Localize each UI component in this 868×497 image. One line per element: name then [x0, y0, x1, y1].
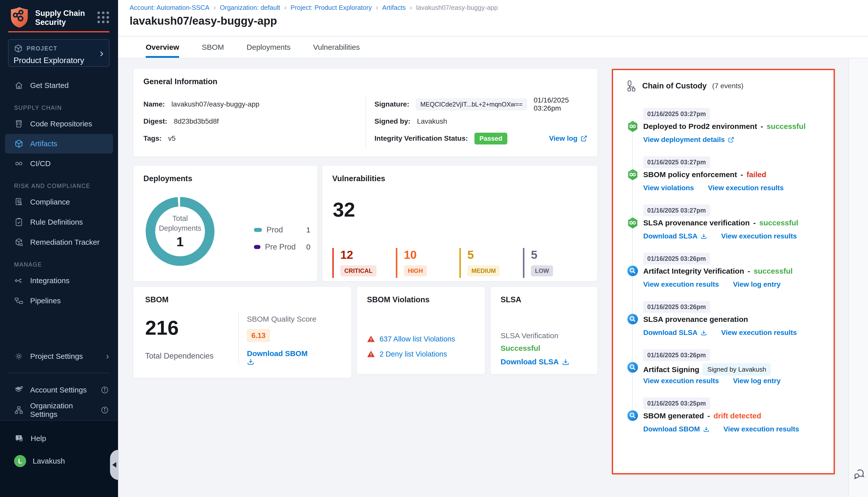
sidebar-item-artifacts[interactable]: Artifacts — [5, 134, 113, 154]
chain-of-custody-title: Chain of Custody — [642, 81, 707, 90]
breadcrumb-chevron-icon: › — [214, 3, 216, 12]
signed-by-row: Signed by: Lavakush — [375, 113, 588, 130]
view-execution-results-link[interactable]: View execution results — [721, 329, 797, 337]
custody-event: 01/16/2025 03:26pm Artifact Integrity Ve… — [613, 253, 834, 290]
allow-list-violations-link[interactable]: 637 Allow list Violations — [379, 335, 455, 343]
event-timestamp: 01/16/2025 03:25pm — [643, 398, 710, 409]
tags-row: Tags: v5 — [143, 130, 359, 147]
project-selector-label: PROJECT — [27, 45, 58, 52]
sidebar-collapse-handle[interactable] — [110, 450, 118, 480]
view-execution-results-link[interactable]: View execution results — [643, 280, 719, 288]
event-status: drift detected — [713, 412, 761, 420]
prod-count: 1 — [306, 226, 310, 234]
slsa-verification-label: SLSA Verification — [501, 331, 558, 340]
scan-circle-icon — [627, 265, 638, 277]
app-switcher-grid-icon[interactable] — [96, 10, 111, 26]
sidebar-item-help[interactable]: ? Help — [0, 427, 118, 450]
sidebar-section-risk-compliance: RISK AND COMPLIANCE — [14, 183, 118, 189]
view-execution-results-link[interactable]: View execution results — [708, 184, 784, 192]
legend-item-pre-prod: Pre Prod 0 — [254, 239, 310, 256]
sidebar-section-supply-chain: SUPPLY CHAIN — [14, 104, 118, 111]
sidebar-item-account-settings[interactable]: Account Settings — [0, 380, 118, 400]
download-sbom-link[interactable]: Download SBOM — [643, 425, 710, 433]
signature-row: Signature: MEQCICde2VjIT...bL+2+mqnOXw==… — [375, 96, 588, 113]
external-link-icon — [580, 135, 588, 142]
custody-event: 01/16/2025 03:27pm SBOM policy enforceme… — [613, 156, 834, 194]
signature-timestamp: 01/16/2025 03:26pm — [534, 96, 588, 112]
tab-deployments[interactable]: Deployments — [247, 37, 291, 58]
view-execution-results-link[interactable]: View execution results — [643, 377, 719, 385]
event-timestamp: 01/16/2025 03:27pm — [643, 108, 710, 120]
view-log-link[interactable]: View log — [549, 134, 588, 142]
box-wrench-icon — [14, 238, 24, 247]
vertical-divider — [238, 312, 239, 365]
severity-critical: 12 CRITICAL — [332, 248, 396, 278]
breadcrumb-project[interactable]: Project: Product Exploratory — [291, 4, 372, 12]
sidebar-item-get-started[interactable]: Get Started — [0, 75, 118, 96]
view-deployment-details-link[interactable]: View deployment details — [643, 136, 734, 144]
custody-event: 01/16/2025 03:27pm Deployed to Prod2 env… — [613, 108, 834, 146]
code-repo-icon — [14, 119, 24, 129]
view-log-entry-link[interactable]: View log entry — [733, 280, 780, 288]
sidebar-item-remediation-tracker[interactable]: Remediation Tracker — [0, 232, 118, 252]
scan-circle-icon — [627, 313, 638, 325]
main-content: General Information Name: lavakush07/eas… — [118, 58, 849, 497]
chevron-right-icon: › — [106, 351, 109, 361]
deployments-card: Deployments TotalDeployments 1 Prod 1 Pr… — [133, 165, 318, 281]
breadcrumb: Account: Automation-SSCA › Organization:… — [130, 3, 498, 12]
sidebar-item-organization-settings[interactable]: Organization Settings — [0, 400, 118, 420]
sidebar-footer: ? Help L Lavakush — [0, 420, 118, 497]
sidebar-settings: Project Settings › Account Settings Orga… — [0, 346, 118, 420]
download-sbom-link[interactable]: Download SBOM — [247, 349, 317, 365]
pipeline-hexagon-icon — [627, 169, 638, 181]
breadcrumb-artifacts[interactable]: Artifacts — [382, 4, 406, 12]
custody-event: 01/16/2025 03:25pm SBOM generated-drift … — [613, 398, 834, 435]
download-slsa-link[interactable]: Download SLSA — [643, 232, 707, 240]
breadcrumb-chevron-icon: › — [284, 3, 286, 12]
sidebar-item-code-repositories[interactable]: Code Repositories — [0, 114, 118, 134]
sbom-quality-label: SBOM Quality Score — [247, 315, 317, 323]
scan-circle-icon — [627, 410, 638, 422]
sidebar-item-project-settings[interactable]: Project Settings › — [0, 346, 118, 366]
severity-badge: CRITICAL — [340, 265, 376, 276]
legend-item-prod: Prod 1 — [254, 222, 310, 239]
allow-list-violations-row: 637 Allow list Violations — [367, 331, 455, 346]
cube-icon — [14, 139, 24, 148]
sidebar-item-cicd[interactable]: CI/CD — [0, 154, 118, 174]
vertical-divider — [366, 95, 366, 149]
chevron-right-icon: › — [100, 47, 103, 59]
download-slsa-link[interactable]: Download SLSA — [501, 357, 569, 366]
sidebar-item-pipelines[interactable]: Pipelines — [0, 291, 118, 311]
severity-high: 10 HIGH — [396, 248, 459, 278]
view-execution-results-link[interactable]: View execution results — [724, 425, 799, 433]
feedback-chat-icon[interactable] — [852, 467, 866, 481]
sidebar-item-rule-definitions[interactable]: Rule Definitions — [0, 212, 118, 232]
view-violations-link[interactable]: View violations — [643, 184, 694, 192]
deployments-legend: Prod 1 Pre Prod 0 — [254, 222, 310, 256]
download-icon — [247, 358, 255, 365]
page-title: lavakush07/easy-buggy-app — [130, 15, 277, 27]
vulnerabilities-card: Vulnerabilities 32 12 CRITICAL 10 HIGH 5… — [322, 165, 598, 281]
deny-list-violations-link[interactable]: 2 Deny list Violations — [379, 350, 447, 358]
sidebar-item-compliance[interactable]: Compliance — [0, 192, 118, 212]
card-title: Vulnerabilities — [332, 174, 385, 183]
tab-sbom[interactable]: SBOM — [202, 37, 224, 58]
slsa-verification-status: Successful — [501, 344, 540, 353]
breadcrumb-organization[interactable]: Organization: default — [220, 4, 280, 12]
tab-overview[interactable]: Overview — [146, 37, 179, 58]
signature-value: MEQCICde2VjIT...bL+2+mqnOXw== — [416, 98, 527, 111]
project-selector[interactable]: PROJECT Product Exploratory › — [8, 39, 110, 67]
severity-medium: 5 MEDIUM — [459, 248, 523, 278]
artifact-name: lavakush07/easy-buggy-app — [172, 100, 259, 108]
user-menu[interactable]: L Lavakush — [0, 450, 118, 472]
sidebar-item-integrations[interactable]: Integrations — [0, 271, 118, 291]
breadcrumb-account[interactable]: Account: Automation-SSCA — [130, 4, 209, 12]
view-log-entry-link[interactable]: View log entry — [733, 377, 780, 385]
view-execution-results-link[interactable]: View execution results — [721, 232, 797, 240]
svg-text:?: ? — [18, 436, 20, 440]
sbom-card: SBOM 216 Total Dependencies SBOM Quality… — [133, 286, 352, 378]
external-link-icon — [728, 137, 734, 143]
status-badge: Passed — [475, 133, 507, 144]
tab-vulnerabilities[interactable]: Vulnerabilities — [313, 37, 360, 58]
download-slsa-link[interactable]: Download SLSA — [643, 329, 707, 337]
